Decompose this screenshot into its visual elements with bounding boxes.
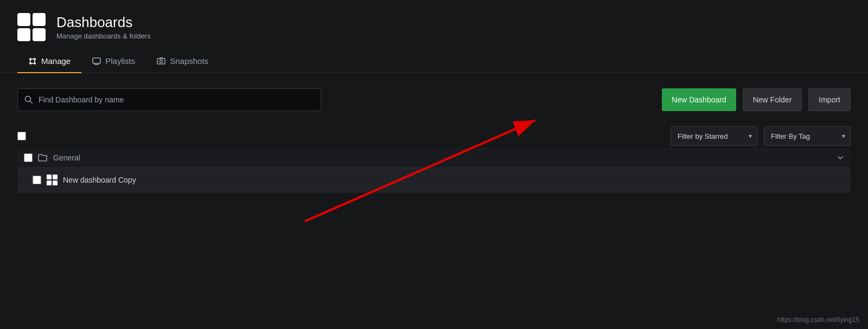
dashboard-item-name: New dashboard Copy xyxy=(63,176,136,184)
main-wrapper: New Dashboard New Folder Import Filter b… xyxy=(17,88,851,192)
svg-line-16 xyxy=(30,101,33,104)
tab-snapshots-label: Snapshots xyxy=(170,56,208,66)
tab-playlists[interactable]: Playlists xyxy=(81,50,146,73)
svg-rect-8 xyxy=(93,58,100,63)
page-header: Dashboards Manage dashboards & folders xyxy=(0,0,868,50)
dashboard-item-icon xyxy=(47,175,58,185)
folder-name: General xyxy=(53,153,831,162)
filter-tag-wrapper[interactable]: Filter By Tag xyxy=(764,126,851,146)
dashboard-checkbox[interactable] xyxy=(33,176,41,184)
search-icon xyxy=(24,95,33,104)
import-button[interactable]: Import xyxy=(808,88,851,111)
filter-row: Filter by StarredStarredNot Starred Filt… xyxy=(17,126,851,146)
footer-watermark: https://blog.csdn.net/liying15 xyxy=(777,316,859,324)
folder-row[interactable]: General xyxy=(17,148,851,168)
tab-manage-label: Manage xyxy=(41,56,71,66)
tabs-container: Manage Playlists Snapshots xyxy=(0,50,868,73)
search-input[interactable] xyxy=(39,95,314,104)
svg-rect-12 xyxy=(157,59,165,64)
svg-rect-14 xyxy=(159,57,163,59)
tab-snapshots[interactable]: Snapshots xyxy=(146,50,219,73)
page-title: Dashboards xyxy=(56,14,150,31)
filter-starred-select[interactable]: Filter by StarredStarredNot Starred xyxy=(671,126,757,146)
main-content: New Dashboard New Folder Import Filter b… xyxy=(0,73,868,208)
new-dashboard-button[interactable]: New Dashboard xyxy=(662,88,736,111)
playlists-icon xyxy=(92,57,101,66)
select-all-checkbox[interactable] xyxy=(17,132,26,140)
folder-icon xyxy=(38,153,48,162)
dashboard-row[interactable]: New dashboard Copy xyxy=(17,168,851,192)
title-group: Dashboards Manage dashboards & folders xyxy=(56,14,150,40)
page-subtitle: Manage dashboards & folders xyxy=(56,32,150,40)
filter-starred-wrapper[interactable]: Filter by StarredStarredNot Starred xyxy=(671,126,757,146)
tab-playlists-label: Playlists xyxy=(105,56,135,66)
dashboards-icon xyxy=(17,13,46,41)
toolbar-row: New Dashboard New Folder Import xyxy=(17,88,851,111)
svg-point-13 xyxy=(160,60,163,62)
snapshots-icon xyxy=(157,57,165,66)
new-folder-button[interactable]: New Folder xyxy=(743,88,802,111)
tab-manage[interactable]: Manage xyxy=(17,50,81,73)
filter-tag-select[interactable]: Filter By Tag xyxy=(764,126,851,146)
search-wrapper[interactable] xyxy=(17,88,321,111)
folder-checkbox[interactable] xyxy=(24,153,33,162)
chevron-down-icon xyxy=(837,154,844,162)
manage-icon xyxy=(28,57,37,66)
